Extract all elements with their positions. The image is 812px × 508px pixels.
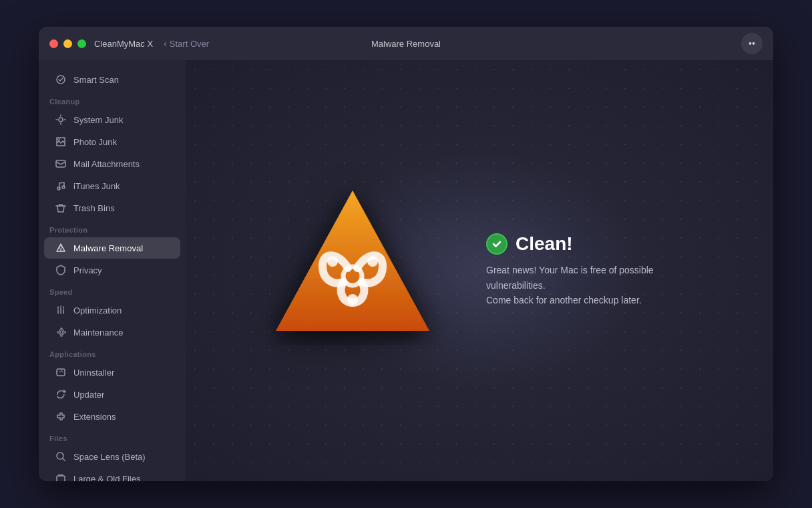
- system-junk-label: System Junk: [73, 115, 123, 125]
- sidebar-item-system-junk[interactable]: System Junk: [44, 109, 180, 130]
- photo-junk-icon: [55, 136, 67, 148]
- nav-back-label: Start Over: [170, 39, 209, 49]
- trash-bins-label: Trash Bins: [73, 203, 115, 213]
- svg-point-28: [327, 256, 338, 267]
- close-button[interactable]: [49, 39, 58, 48]
- app-window: CleanMyMac X ‹ Start Over Malware Remova…: [39, 27, 773, 481]
- malware-removal-label: Malware Removal: [73, 243, 143, 253]
- sidebar-item-extensions[interactable]: Extensions: [44, 406, 180, 427]
- malware-icon: [55, 242, 67, 254]
- uninstaller-label: Uninstaller: [73, 368, 114, 378]
- sidebar: Smart Scan Cleanup System Junk: [39, 60, 186, 481]
- svg-point-9: [62, 186, 65, 188]
- mail-icon: [55, 158, 67, 170]
- files-section-label: Files: [39, 428, 186, 445]
- more-button[interactable]: ••: [741, 33, 763, 54]
- svg-rect-22: [57, 476, 65, 481]
- svg-point-11: [60, 250, 61, 251]
- svg-point-29: [367, 256, 378, 267]
- large-files-icon: [55, 473, 67, 481]
- protection-section-label: Protection: [39, 219, 186, 237]
- maintenance-label: Maintenance: [73, 328, 123, 338]
- result-description: Great news! Your Mac is free of possible…: [486, 263, 700, 307]
- extensions-label: Extensions: [73, 412, 116, 422]
- svg-rect-7: [56, 160, 65, 167]
- content-area: Smart Scan Cleanup System Junk: [39, 60, 773, 481]
- sidebar-item-itunes-junk[interactable]: iTunes Junk: [44, 175, 180, 197]
- dots-icon: ••: [749, 38, 755, 49]
- updater-label: Updater: [73, 390, 104, 400]
- sidebar-item-malware-removal[interactable]: Malware Removal: [44, 237, 180, 259]
- svg-point-18: [60, 331, 63, 334]
- uninstaller-icon: [55, 366, 67, 378]
- svg-rect-19: [57, 369, 65, 376]
- sidebar-item-uninstaller[interactable]: Uninstaller: [44, 362, 180, 383]
- biohazard-container: [259, 177, 446, 364]
- speed-section-label: Speed: [39, 281, 186, 299]
- titlebar: CleanMyMac X ‹ Start Over Malware Remova…: [39, 27, 773, 60]
- smart-scan-icon: [55, 74, 67, 86]
- svg-line-21: [63, 459, 65, 461]
- sidebar-item-trash-bins[interactable]: Trash Bins: [44, 197, 180, 219]
- space-lens-label: Space Lens (Beta): [73, 452, 146, 462]
- sidebar-item-privacy[interactable]: Privacy: [44, 259, 180, 281]
- minimize-button[interactable]: [63, 39, 72, 48]
- extensions-icon: [55, 410, 67, 422]
- itunes-junk-label: iTunes Junk: [73, 181, 120, 191]
- center-content: Clean! Great news! Your Mac is free of p…: [259, 177, 700, 364]
- result-line1: Great news! Your Mac is free of possible…: [486, 263, 700, 293]
- titlebar-actions: ••: [741, 33, 763, 54]
- sidebar-item-smart-scan[interactable]: Smart Scan: [44, 69, 180, 90]
- privacy-label: Privacy: [73, 265, 102, 275]
- svg-point-30: [347, 294, 358, 305]
- svg-point-6: [58, 139, 60, 141]
- sidebar-item-updater[interactable]: Updater: [44, 384, 180, 405]
- optimization-label: Optimization: [73, 305, 122, 315]
- cleanup-section-label: Cleanup: [39, 91, 186, 108]
- fullscreen-button[interactable]: [77, 39, 86, 48]
- nav-back[interactable]: ‹ Start Over: [164, 38, 209, 49]
- sidebar-item-optimization[interactable]: Optimization: [44, 299, 180, 321]
- large-old-files-label: Large & Old Files: [73, 474, 140, 482]
- optimization-icon: [55, 304, 67, 316]
- result-line2: Come back for another checkup later.: [486, 293, 700, 307]
- maintenance-icon: [55, 326, 67, 338]
- sidebar-item-maintenance[interactable]: Maintenance: [44, 322, 180, 343]
- result-heading: Clean!: [516, 233, 573, 255]
- svg-point-1: [59, 118, 63, 122]
- music-icon: [55, 180, 67, 192]
- applications-section-label: Applications: [39, 344, 186, 361]
- sidebar-item-photo-junk[interactable]: Photo Junk: [44, 131, 180, 152]
- photo-junk-label: Photo Junk: [73, 137, 117, 147]
- trash-icon: [55, 202, 67, 214]
- privacy-icon: [55, 264, 67, 276]
- chevron-left-icon: ‹: [164, 38, 167, 49]
- mail-attachments-label: Mail Attachments: [73, 159, 140, 169]
- smart-scan-label: Smart Scan: [73, 75, 119, 85]
- main-content: Clean! Great news! Your Mac is free of p…: [186, 60, 773, 481]
- sidebar-item-large-old-files[interactable]: Large & Old Files: [44, 468, 180, 481]
- app-title: CleanMyMac X: [94, 39, 153, 49]
- svg-point-8: [57, 187, 60, 190]
- sidebar-item-space-lens[interactable]: Space Lens (Beta): [44, 446, 180, 467]
- result-panel: Clean! Great news! Your Mac is free of p…: [486, 233, 700, 307]
- sidebar-item-mail-attachments[interactable]: Mail Attachments: [44, 153, 180, 174]
- result-title: Clean!: [486, 233, 700, 255]
- biohazard-graphic: [266, 177, 439, 364]
- check-icon: [486, 233, 508, 255]
- updater-icon: [55, 388, 67, 400]
- space-lens-icon: [55, 451, 67, 463]
- system-junk-icon: [55, 114, 67, 126]
- window-title: Malware Removal: [371, 39, 441, 49]
- traffic-lights: [49, 39, 86, 48]
